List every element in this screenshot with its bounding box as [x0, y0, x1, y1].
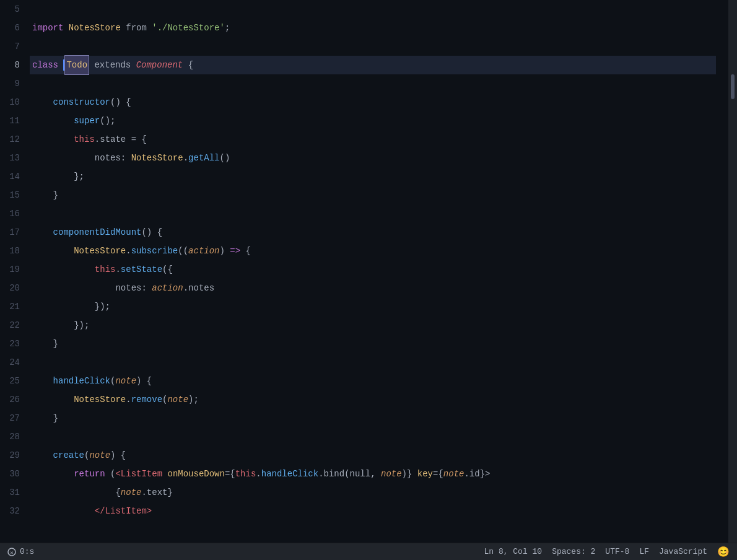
- code-line: return (<ListItem onMouseDown={this.hand…: [30, 465, 716, 483]
- code-line: handleClick(note) {: [30, 372, 716, 390]
- line-number: 28: [5, 427, 20, 446]
- line-number: 29: [5, 446, 20, 465]
- line-number: 26: [5, 390, 20, 409]
- code-line: {note.text}: [30, 483, 716, 502]
- line-number: 18: [5, 242, 20, 260]
- scrollbar-thumb[interactable]: [731, 74, 735, 99]
- line-number: 31: [5, 483, 20, 502]
- line-number: 15: [5, 186, 20, 204]
- code-line: NotesStore.remove(note);: [30, 390, 716, 409]
- code-line: });: [30, 316, 716, 335]
- line-number: 16: [5, 204, 20, 223]
- line-number: 6: [5, 19, 20, 37]
- status-left: ✕ 0:s: [7, 547, 34, 556]
- cursor-position: Ln 8, Col 10: [484, 547, 543, 556]
- code-line: create(note) {: [30, 446, 716, 465]
- line-number: 19: [5, 260, 20, 279]
- code-line: import NotesStore from './NotesStore';: [30, 19, 716, 37]
- code-editor[interactable]: 5678910111213141516171819202122232425262…: [0, 0, 737, 543]
- code-line: [30, 74, 716, 93]
- code-line: });: [30, 297, 716, 316]
- line-numbers: 5678910111213141516171819202122232425262…: [0, 0, 30, 543]
- scrollbar-track[interactable]: [728, 0, 737, 543]
- code-line: }: [30, 335, 716, 353]
- file-encoding: UTF-8: [605, 547, 629, 556]
- svg-text:✕: ✕: [10, 550, 13, 556]
- code-line: this.setState({: [30, 260, 716, 279]
- code-line: notes: NotesStore.getAll(): [30, 149, 716, 167]
- line-number: 13: [5, 149, 20, 167]
- code-line: };: [30, 167, 716, 186]
- code-line: NotesStore.subscribe((action) => {: [30, 242, 716, 260]
- line-number: 8: [5, 56, 20, 74]
- line-number: 7: [5, 37, 20, 56]
- line-number: 14: [5, 167, 20, 186]
- code-line: [30, 37, 716, 56]
- status-bar: ✕ 0:s Ln 8, Col 10 Spaces: 2 UTF-8 LF Ja…: [0, 543, 737, 560]
- code-line: }: [30, 186, 716, 204]
- code-line: [30, 427, 716, 446]
- line-number: 24: [5, 353, 20, 372]
- language-mode[interactable]: JavaScript: [659, 547, 707, 556]
- line-number: 27: [5, 409, 20, 427]
- line-number: 23: [5, 335, 20, 353]
- code-line: </ListItem>: [30, 502, 716, 520]
- line-number: 32: [5, 502, 20, 520]
- line-number: 20: [5, 279, 20, 297]
- line-number: 22: [5, 316, 20, 335]
- line-number: 25: [5, 372, 20, 390]
- error-count: ✕ 0:s: [7, 547, 34, 556]
- code-line: }: [30, 409, 716, 427]
- code-line: this.state = {: [30, 130, 716, 149]
- line-number: 12: [5, 130, 20, 149]
- code-line: componentDidMount() {: [30, 223, 716, 242]
- line-number: 21: [5, 297, 20, 316]
- code-line: [30, 204, 716, 223]
- line-number: 17: [5, 223, 20, 242]
- code-line: notes: action.notes: [30, 279, 716, 297]
- status-right: Ln 8, Col 10 Spaces: 2 UTF-8 LF JavaScri…: [484, 546, 730, 558]
- code-line: class Todo extends Component {: [30, 56, 716, 74]
- line-number: 30: [5, 465, 20, 483]
- indent-spaces: Spaces: 2: [552, 547, 595, 556]
- line-number: 5: [5, 0, 20, 19]
- code-line: super();: [30, 112, 716, 130]
- code-content: import NotesStore from './NotesStore'; c…: [30, 0, 728, 543]
- code-line: [30, 0, 716, 19]
- code-line: [30, 353, 716, 372]
- line-number: 10: [5, 93, 20, 112]
- smiley-icon[interactable]: 😊: [717, 546, 730, 558]
- line-ending: LF: [639, 547, 649, 556]
- line-number: 11: [5, 112, 20, 130]
- line-number: 9: [5, 74, 20, 93]
- code-line: constructor() {: [30, 93, 716, 112]
